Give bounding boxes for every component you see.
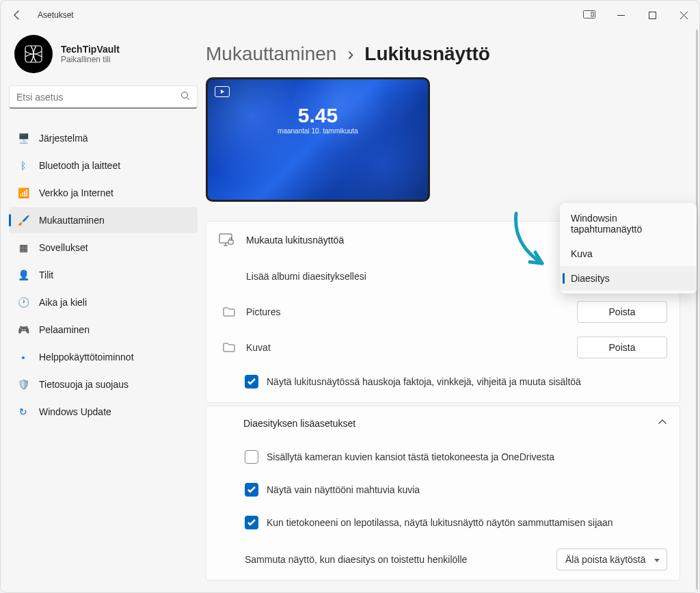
- close-button[interactable]: [668, 4, 699, 26]
- breadcrumb-parent[interactable]: Mukauttaminen: [206, 43, 336, 64]
- nav-item-system[interactable]: 🖥️Järjestelmä: [9, 125, 198, 151]
- nav-item-privacy[interactable]: 🛡️Tietosuoja ja suojaus: [9, 371, 198, 397]
- account-subtitle: Paikallinen tili: [61, 55, 120, 64]
- settings-window: Asetukset TechTipVault Paikallinen tili: [0, 0, 700, 593]
- nav-item-personalization[interactable]: 🖌️Mukauttaminen: [9, 207, 198, 233]
- lock-monitor-icon: [219, 233, 234, 248]
- only-fit-row: Näytä vain näyttööni mahtuvia kuvia: [206, 473, 679, 506]
- breadcrumb-current: Lukitusnäyttö: [364, 43, 490, 64]
- nav-label: Mukauttaminen: [39, 215, 105, 226]
- add-album-label: Lisää albumi diaesityksellesi: [246, 271, 567, 282]
- account-name: TechTipVault: [61, 44, 120, 55]
- remove-button[interactable]: Poista: [577, 337, 667, 358]
- personalization-icon: 🖌️: [17, 214, 29, 226]
- remove-button[interactable]: Poista: [577, 301, 667, 323]
- nav-label: Tietosuoja ja suojaus: [39, 379, 129, 390]
- advanced-title: Diaesityksen lisäasetukset: [243, 418, 645, 429]
- include-camera-checkbox[interactable]: [245, 450, 258, 464]
- privacy-icon: 🛡️: [17, 378, 29, 391]
- sleep-show-row: Kun tietokoneeni on lepotilassa, näytä l…: [206, 506, 679, 539]
- svg-rect-1: [591, 12, 593, 16]
- nav-item-update[interactable]: ↻Windows Update: [9, 399, 198, 425]
- account-block[interactable]: TechTipVault Paikallinen tili: [9, 29, 198, 85]
- bluetooth-icon: ᛒ: [17, 159, 29, 172]
- lockscreen-preview[interactable]: 5.45 maanantai 10. tammikuuta: [206, 77, 430, 202]
- folder-icon: [221, 340, 237, 355]
- dropdown-item-picture[interactable]: Kuva: [560, 241, 697, 266]
- only-fit-checkbox[interactable]: [245, 483, 258, 497]
- preview-time-text: 5.45: [278, 104, 358, 127]
- nav-list: 🖥️Järjestelmä ᛒBluetooth ja laitteet 📶Ve…: [9, 125, 198, 425]
- update-icon: ↻: [17, 406, 29, 418]
- turn-off-label: Sammuta näyttö, kun diaesitys on toistet…: [245, 554, 548, 565]
- minimize-button[interactable]: [605, 4, 636, 26]
- sidebar: TechTipVault Paikallinen tili 🖥️Järjeste…: [1, 29, 206, 592]
- advanced-header[interactable]: Diaesityksen lisäasetukset: [206, 406, 679, 440]
- fun-facts-label: Näytä lukitusnäytössä hauskoja faktoja, …: [267, 376, 581, 387]
- svg-rect-2: [649, 12, 656, 18]
- advanced-card: Diaesityksen lisäasetukset Sisällytä kam…: [206, 406, 680, 581]
- system-icon: 🖥️: [17, 132, 29, 144]
- nav-item-time[interactable]: 🕐Aika ja kieli: [9, 289, 198, 315]
- chevron-up-icon[interactable]: [658, 417, 667, 430]
- nav-label: Helppokäyttötoiminnot: [39, 352, 134, 363]
- nav-label: Windows Update: [39, 406, 111, 417]
- nav-item-gaming[interactable]: 🎮Pelaaminen: [9, 317, 198, 343]
- svg-rect-6: [228, 240, 233, 244]
- nav-item-apps[interactable]: ▦Sovellukset: [9, 235, 198, 261]
- folder-row-kuvat: Kuvat Poista: [206, 330, 679, 365]
- accounts-icon: 👤: [17, 269, 29, 281]
- breadcrumb: Mukauttaminen › Lukitusnäyttö: [206, 43, 680, 65]
- sleep-show-label: Kun tietokoneeni on lepotilassa, näytä l…: [267, 517, 613, 528]
- nav-label: Bluetooth ja laitteet: [39, 160, 120, 171]
- nav-label: Järjestelmä: [39, 133, 88, 144]
- include-camera-row: Sisällytä kameran kuvien kansiot tästä t…: [206, 440, 679, 473]
- search-icon: [180, 91, 190, 103]
- only-fit-label: Näytä vain näyttööni mahtuvia kuvia: [267, 484, 420, 495]
- nav-item-accounts[interactable]: 👤Tilit: [9, 262, 198, 288]
- select-value: Älä poista käytöstä: [565, 554, 646, 565]
- apps-icon: ▦: [17, 241, 29, 254]
- nav-item-network[interactable]: 📶Verkko ja Internet: [9, 180, 198, 206]
- back-button[interactable]: [9, 7, 25, 23]
- nav-label: Aika ja kieli: [39, 297, 87, 308]
- nav-label: Pelaaminen: [39, 324, 90, 335]
- maximize-button[interactable]: [636, 4, 668, 26]
- dropdown-item-slideshow[interactable]: Diaesitys: [560, 266, 697, 291]
- preview-date-text: maanantai 10. tammikuuta: [278, 127, 358, 135]
- back-arrow-icon: [12, 10, 23, 21]
- sleep-show-checkbox[interactable]: [245, 516, 258, 529]
- window-controls: [574, 1, 699, 29]
- folder-icon: [221, 304, 237, 319]
- nav-item-accessibility[interactable]: ⭑Helppokäyttötoiminnot: [9, 344, 198, 370]
- gaming-icon: 🎮: [17, 324, 29, 336]
- folder-row-pictures: Pictures Poista: [206, 294, 679, 330]
- window-title: Asetukset: [38, 10, 74, 20]
- titlebar: Asetukset: [1, 1, 699, 29]
- search-box[interactable]: [9, 85, 198, 109]
- personalize-dropdown: Windowsin tapahtumanäyttö Kuva Diaesitys: [560, 203, 697, 293]
- fun-facts-checkbox[interactable]: [245, 375, 258, 388]
- preview-clock: 5.45 maanantai 10. tammikuuta: [278, 104, 358, 135]
- breadcrumb-separator: ›: [347, 43, 353, 64]
- nav-label: Verkko ja Internet: [39, 187, 113, 198]
- content: TechTipVault Paikallinen tili 🖥️Järjeste…: [1, 29, 699, 592]
- dropdown-item-spotlight[interactable]: Windowsin tapahtumanäyttö: [560, 206, 697, 241]
- nav-label: Sovellukset: [39, 242, 88, 253]
- nav-item-bluetooth[interactable]: ᛒBluetooth ja laitteet: [9, 153, 198, 179]
- main-panel: Mukauttaminen › Lukitusnäyttö 5.45 maana…: [206, 29, 699, 592]
- folder-name: Kuvat: [246, 342, 567, 353]
- svg-point-4: [182, 92, 188, 98]
- fun-facts-row: Näytä lukitusnäytössä hauskoja faktoja, …: [206, 365, 679, 402]
- turn-off-select[interactable]: Älä poista käytöstä: [556, 549, 667, 570]
- search-input[interactable]: [16, 92, 180, 103]
- tablet-mode-icon[interactable]: [574, 4, 605, 26]
- avatar: [14, 35, 53, 73]
- accessibility-icon: ⭑: [17, 351, 29, 363]
- turn-off-row: Sammuta näyttö, kun diaesitys on toistet…: [206, 539, 679, 580]
- nav-label: Tilit: [39, 269, 53, 280]
- folder-name: Pictures: [246, 306, 567, 317]
- include-camera-label: Sisällytä kameran kuvien kansiot tästä t…: [267, 451, 554, 462]
- slideshow-badge-icon: [215, 86, 230, 97]
- time-icon: 🕐: [17, 296, 29, 308]
